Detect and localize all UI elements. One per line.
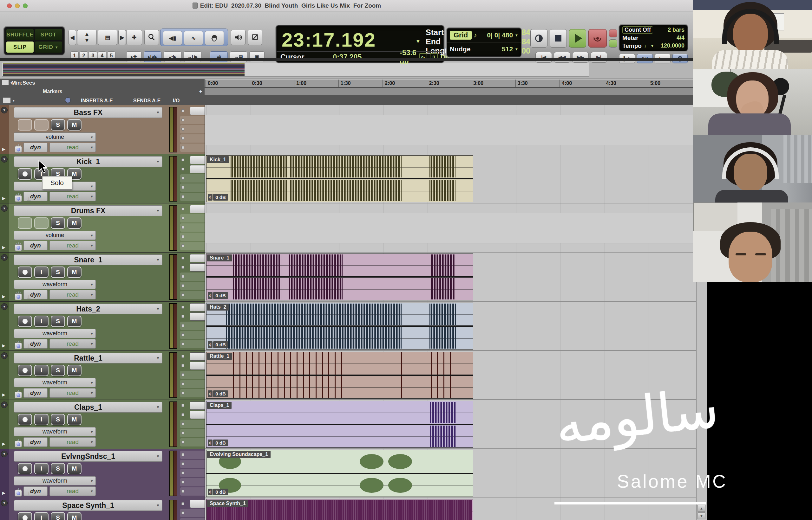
track-play-arrow-icon[interactable]: ▶ (2, 343, 5, 348)
solo-button[interactable]: S (51, 365, 65, 376)
track-name[interactable]: Space Synth_1▼ (14, 500, 163, 511)
insert-slot-empty[interactable] (180, 438, 204, 446)
insert-slot-empty[interactable] (180, 242, 204, 250)
slip-mode-button[interactable]: SLIP (6, 42, 33, 53)
insert-bypass-icon[interactable] (181, 167, 184, 171)
insert-slot-empty[interactable] (180, 487, 204, 496)
insert-slot-empty[interactable] (180, 116, 204, 124)
insert-slot-empty[interactable] (180, 389, 204, 397)
track-name[interactable]: Claps_1▼ (14, 402, 163, 413)
solo-button[interactable]: S (51, 119, 65, 131)
clip-gain-value[interactable]: 0 dB (213, 341, 228, 348)
clip-gain-fader-icon[interactable]: ϕ (208, 194, 213, 201)
clock-column-icon[interactable] (65, 97, 71, 103)
count-off-value[interactable]: 2 bars (668, 27, 685, 33)
insert-slot-empty[interactable] (180, 509, 204, 517)
main-time-display[interactable]: 23:17.192 (282, 28, 376, 51)
record-enable-button[interactable] (18, 316, 32, 327)
track-options-button[interactable] (15, 293, 22, 300)
mute-button[interactable]: M (67, 316, 81, 327)
tab-to-transient-button[interactable]: ▸✚ (126, 51, 142, 62)
markers-lane[interactable] (204, 88, 696, 95)
audio-region-space-synth-1[interactable]: Space Synth_1ϕ0 dB (206, 499, 473, 520)
track-collapse-icon[interactable]: ▼ (1, 254, 8, 261)
insert-slot-empty[interactable] (180, 340, 204, 348)
track-play-arrow-icon[interactable]: ▶ (2, 392, 5, 397)
video-tile-participant-3[interactable] (693, 135, 812, 203)
track-view-selector[interactable]: volume▼ (14, 231, 96, 240)
insert-slot-empty[interactable] (180, 518, 204, 520)
insert-slot-empty[interactable] (180, 183, 204, 192)
track-options-button[interactable] (15, 441, 22, 447)
mute-button[interactable]: M (67, 414, 81, 425)
automation-mode-selector[interactable]: read▼ (49, 437, 96, 447)
insert-slot[interactable]: D3 CL (180, 500, 204, 508)
ruler-tick[interactable]: 3:30 (515, 80, 560, 87)
insert-bypass-icon[interactable] (181, 404, 184, 407)
track-header-space-synth-1[interactable]: ▼ ▶ Space Synth_1▼ I S M waveform▼ ✳ dyn… (0, 498, 204, 520)
track-name[interactable]: Bass FX▼ (14, 107, 163, 118)
link-track-edit-button[interactable]: →▤ (230, 51, 247, 62)
record-enable-button[interactable] (18, 414, 32, 425)
insert-bypass-icon[interactable] (181, 315, 184, 318)
zoom-preset-5-button[interactable]: 5 (107, 51, 116, 60)
track-collapse-icon[interactable]: ▼ (1, 156, 8, 162)
mute-button[interactable]: M (67, 266, 81, 278)
automation-param[interactable]: dyn (23, 142, 48, 152)
solo-button[interactable]: S (51, 512, 65, 520)
clip-gain-value[interactable]: 0 dB (213, 489, 228, 495)
input-monitor-button[interactable]: I (34, 365, 49, 376)
solo-button[interactable]: S (51, 414, 65, 425)
insert-slot-empty[interactable] (180, 322, 204, 330)
insert-slot-empty[interactable] (180, 134, 204, 142)
track-header-snare-1[interactable]: ▼ ▶ Snare_1▼ I S M waveform▼ ✳ dyn read▼… (0, 253, 204, 302)
video-tile-participant-2[interactable] (693, 69, 812, 135)
track-header-drums-fx[interactable]: ▼ ▶ Drums FX▼ S M volume▼ ✳ dyn read▼ Al… (0, 203, 204, 253)
solo-button[interactable]: S (51, 463, 65, 474)
elastic-audio-status-icon[interactable]: ∿ (419, 53, 427, 61)
track-view-selector[interactable]: waveform▼ (14, 476, 96, 486)
zoom-preset-2-button[interactable]: 2 (80, 51, 88, 60)
input-monitor-button[interactable]: I (34, 463, 49, 474)
nudge-value[interactable]: 512 (502, 45, 513, 53)
track-play-arrow-icon[interactable]: ▶ (2, 196, 5, 201)
insert-bypass-icon[interactable] (181, 364, 184, 367)
return-to-zero-button[interactable]: |◀ (535, 52, 552, 63)
track-options-button[interactable] (15, 392, 22, 398)
insertion-to-playhead-button[interactable]: →| ▶ (183, 51, 201, 62)
record-enable-button[interactable] (18, 365, 32, 376)
automation-mode-selector[interactable]: read▼ (49, 487, 96, 496)
audio-region-rattle-1[interactable]: Rattle_1ϕ0 dB (206, 352, 473, 399)
insert-slot[interactable]: EQ3 7-Band (180, 254, 204, 262)
mirrored-midi-edit-button[interactable]: ▣ (249, 51, 265, 62)
track-list-icon[interactable] (3, 97, 11, 104)
insert-slot[interactable]: D3 CL (180, 312, 204, 321)
insert-slot[interactable]: Altiverb 7 (180, 107, 204, 115)
insert-slot-empty[interactable] (180, 233, 204, 241)
track-collapse-icon[interactable]: ▼ (1, 107, 8, 113)
mute-button[interactable]: M (67, 463, 81, 474)
tempo-dropdown-icon[interactable]: ▼ (650, 44, 654, 48)
shuffle-mode-button[interactable]: SHUFFLE (6, 29, 33, 40)
insert-slot[interactable]: D3 CL (180, 362, 204, 370)
zoom-out-button[interactable]: ◀ (69, 30, 76, 45)
tempo-value[interactable]: 120.0000 (661, 43, 685, 49)
record-enable-button[interactable] (18, 266, 32, 278)
insert-slot-empty[interactable] (180, 380, 204, 388)
grid-value[interactable]: 0| 0| 480 (487, 31, 513, 39)
grid-mode-button[interactable]: GRID▼ (35, 42, 62, 53)
mute-button[interactable]: M (67, 365, 81, 376)
insert-slot[interactable]: EQ3 7-Band (180, 401, 204, 410)
insert-slot[interactable]: D3 CL (180, 411, 204, 419)
record-enable-button[interactable] (18, 463, 32, 474)
insert-slot-empty[interactable] (180, 291, 204, 299)
track-collapse-icon[interactable]: ▼ (1, 205, 8, 212)
track-play-arrow-icon[interactable]: ▶ (2, 245, 5, 250)
insert-slot-empty[interactable] (180, 420, 204, 428)
arrange-row-kick-1[interactable]: Kick_1ϕ0 dB (205, 154, 696, 203)
track-play-arrow-icon[interactable]: ▶ (2, 147, 5, 152)
track-collapse-icon[interactable]: ▼ (1, 303, 8, 310)
track-collapse-icon[interactable]: ▼ (1, 401, 8, 408)
track-view-selector[interactable]: waveform▼ (14, 427, 96, 436)
main-counter-lcd[interactable]: 23:17.192 ▼ Start10:30.784 End10:30.784 … (276, 25, 444, 63)
